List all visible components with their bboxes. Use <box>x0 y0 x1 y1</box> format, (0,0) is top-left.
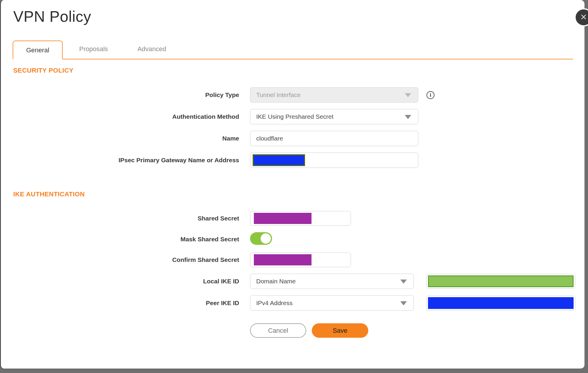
local-ike-id-select[interactable]: Domain Name <box>250 274 414 289</box>
dialog-actions: Cancel Save <box>250 323 584 338</box>
redacted-shared-secret-value <box>254 213 312 224</box>
mask-shared-secret-label: Mask Shared Secret <box>1 236 239 243</box>
name-label: Name <box>1 135 239 142</box>
peer-ike-id-control: IPv4 Address <box>250 295 414 311</box>
confirm-shared-secret-label: Confirm Shared Secret <box>1 256 239 263</box>
name-control <box>250 131 418 146</box>
shared-secret-input[interactable] <box>250 211 351 226</box>
dialog-title: VPN Policy <box>1 0 584 25</box>
shared-secret-row: Shared Secret <box>1 211 584 226</box>
local-ike-id-value-input[interactable] <box>426 274 575 289</box>
tab-bar: General Proposals Advanced <box>13 40 573 59</box>
cancel-button[interactable]: Cancel <box>250 323 306 338</box>
gateway-control <box>250 153 418 168</box>
confirm-shared-secret-control <box>250 252 351 267</box>
local-ike-id-label: Local IKE ID <box>1 278 239 285</box>
shared-secret-label: Shared Secret <box>1 215 239 222</box>
peer-ike-id-value-input[interactable] <box>426 296 575 310</box>
tab-general[interactable]: General <box>13 41 63 59</box>
mask-shared-secret-row: Mask Shared Secret <box>1 232 584 246</box>
general-tab-content: SECURITY POLICY Policy Type Tunnel Inter… <box>1 67 584 338</box>
shared-secret-control <box>250 211 351 226</box>
info-icon[interactable]: i <box>427 91 434 99</box>
auth-method-row: Authentication Method IKE Using Preshare… <box>1 109 584 124</box>
tab-advanced[interactable]: Advanced <box>124 40 179 59</box>
tab-proposals[interactable]: Proposals <box>66 40 121 59</box>
page-backdrop: { "dialog": { "title": "VPN Policy" }, "… <box>0 0 588 373</box>
policy-type-label: Policy Type <box>1 91 239 98</box>
save-button[interactable]: Save <box>312 323 368 338</box>
close-icon: ✕ <box>580 13 587 22</box>
policy-type-select: Tunnel Interface <box>250 87 418 103</box>
policy-type-control: Tunnel Interface <box>250 87 418 103</box>
auth-method-control: IKE Using Preshared Secret <box>250 109 418 124</box>
gateway-label: IPsec Primary Gateway Name or Address <box>1 157 239 164</box>
vpn-policy-dialog: VPN Policy General Proposals Advanced SE… <box>0 0 584 369</box>
mask-shared-secret-control <box>250 232 272 246</box>
confirm-shared-secret-input[interactable] <box>250 252 351 267</box>
chevron-down-icon <box>405 93 411 97</box>
name-row: Name <box>1 131 584 146</box>
peer-ike-id-select[interactable]: IPv4 Address <box>250 295 414 311</box>
toggle-knob <box>261 233 271 244</box>
mask-shared-secret-toggle[interactable] <box>250 232 272 245</box>
local-ike-id-control: Domain Name <box>250 274 414 289</box>
redacted-confirm-shared-secret-value <box>254 254 312 265</box>
ike-authentication-heading: IKE AUTHENTICATION <box>13 190 584 198</box>
name-input[interactable] <box>250 131 418 146</box>
gateway-input[interactable] <box>250 153 418 168</box>
peer-ike-id-row: Peer IKE ID IPv4 Address <box>1 295 584 311</box>
auth-method-select[interactable]: IKE Using Preshared Secret <box>250 109 418 124</box>
confirm-shared-secret-row: Confirm Shared Secret <box>1 252 584 267</box>
chevron-down-icon <box>400 280 407 284</box>
chevron-down-icon <box>405 115 411 119</box>
policy-type-row: Policy Type Tunnel Interface i <box>1 87 584 103</box>
chevron-down-icon <box>400 301 407 305</box>
peer-ike-id-label: Peer IKE ID <box>1 300 239 307</box>
redacted-peer-ike-id-value <box>428 297 574 309</box>
local-ike-id-row: Local IKE ID Domain Name <box>1 274 584 289</box>
gateway-row: IPsec Primary Gateway Name or Address <box>1 153 584 168</box>
redacted-gateway-value <box>253 154 305 166</box>
auth-method-label: Authentication Method <box>1 113 239 120</box>
redacted-local-ike-id-value <box>428 275 574 287</box>
security-policy-heading: SECURITY POLICY <box>13 67 584 74</box>
